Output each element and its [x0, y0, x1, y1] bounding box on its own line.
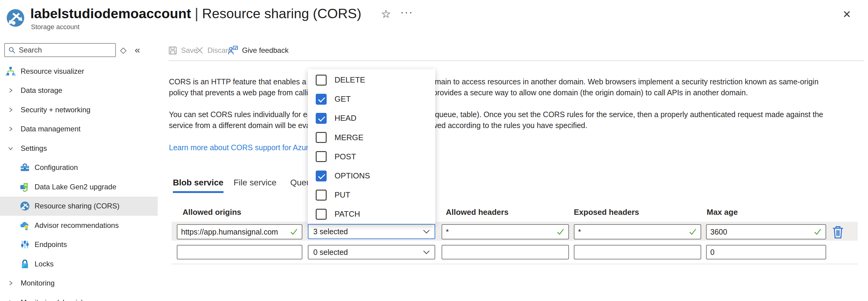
save-icon — [168, 46, 178, 55]
sidebar-item-endpoints[interactable]: Endpoints — [0, 235, 164, 254]
checkbox-get[interactable] — [316, 94, 327, 105]
sidebar-item-label: Security + networking — [21, 106, 90, 114]
configuration-toolbox-icon — [20, 162, 30, 173]
allowed-origins-input-row1[interactable] — [177, 224, 302, 239]
chevron-right-icon — [5, 281, 17, 285]
checkbox-delete[interactable] — [316, 74, 327, 86]
allowed-headers-value-empty[interactable] — [446, 248, 565, 257]
column-header-max-age: Max age — [707, 208, 738, 217]
method-option-patch[interactable]: PATCH — [308, 205, 435, 223]
sidebar-item-advisor-recommendations[interactable]: Advisor recommendations — [0, 216, 164, 235]
sidebar-search[interactable] — [4, 43, 116, 57]
method-option-put[interactable]: PUT — [308, 185, 435, 205]
close-blade-icon[interactable]: ✕ — [842, 9, 851, 20]
max-age-value-row2[interactable] — [710, 248, 822, 257]
method-option-options[interactable]: OPTIONS — [308, 166, 435, 185]
checkbox-patch[interactable] — [316, 209, 327, 220]
sidebar-item-monitoring[interactable]: Monitoring — [0, 274, 164, 293]
give-feedback-button[interactable]: Give feedback — [227, 44, 288, 56]
sidebar-item-label: Locks — [35, 260, 54, 268]
page-title: labelstudiodemoaccount|Resource sharing … — [30, 5, 361, 22]
sidebar-item-resource-sharing-cors[interactable]: Resource sharing (CORS) — [0, 197, 158, 216]
allowed-origins-value-empty[interactable] — [181, 248, 298, 257]
allowed-methods-select-row2[interactable]: 0 selected — [308, 245, 435, 260]
search-input[interactable] — [19, 46, 112, 54]
max-age-input-row1[interactable] — [706, 224, 826, 239]
exposed-headers-value[interactable] — [578, 228, 687, 236]
method-option-head[interactable]: HEAD — [308, 109, 435, 128]
method-option-label: DELETE — [335, 75, 365, 85]
toolbar-divider — [168, 60, 864, 61]
endpoints-sliders-icon — [20, 239, 30, 250]
resource-type-subtitle: Storage account — [31, 23, 80, 31]
sidebar-item-data-storage[interactable]: Data storage — [0, 81, 164, 100]
discard-button[interactable]: Discard — [195, 44, 232, 56]
sidebar-item-label: Data management — [21, 125, 81, 133]
method-option-label: HEAD — [335, 114, 356, 123]
sidebar-item-resource-visualizer[interactable]: Resource visualizer — [0, 62, 164, 81]
checkbox-post[interactable] — [316, 151, 327, 162]
blade-name: Resource sharing (CORS) — [202, 6, 361, 21]
exposed-headers-value-empty[interactable] — [578, 248, 697, 257]
feedback-person-icon — [227, 45, 238, 56]
delete-rule-trash-icon[interactable] — [832, 225, 844, 239]
column-header-allowed-headers: Allowed headers — [446, 208, 508, 217]
column-header-exposed-headers: Exposed headers — [574, 208, 639, 217]
method-option-post[interactable]: POST — [308, 147, 435, 166]
data-lake-upgrade-icon — [20, 182, 30, 192]
cors-blade-icon — [5, 8, 26, 28]
more-options-icon[interactable]: ··· — [400, 7, 413, 17]
checkbox-options[interactable] — [316, 171, 327, 181]
method-option-label: OPTIONS — [335, 171, 370, 181]
menu-switcher-icon[interactable]: ◇ — [120, 46, 126, 54]
method-option-label: PUT — [335, 190, 350, 200]
sidebar-item-locks[interactable]: Locks — [0, 254, 164, 274]
sidebar-item-label: Resource visualizer — [21, 67, 84, 76]
chevron-right-icon — [5, 126, 17, 131]
favorite-star-icon[interactable]: ☆ — [381, 8, 391, 20]
method-option-label: MERGE — [335, 133, 363, 142]
cors-description-line2: policy that prevents a web page from cal… — [169, 87, 748, 98]
sidebar-item-settings[interactable]: Settings — [0, 139, 164, 158]
method-option-merge[interactable]: MERGE — [308, 128, 435, 147]
valid-check-icon — [556, 228, 565, 236]
max-age-input-row2[interactable] — [706, 245, 826, 260]
cors-description-line1: CORS is an HTTP feature that enables a w… — [169, 77, 818, 87]
max-age-value[interactable] — [710, 228, 812, 236]
method-option-delete[interactable]: DELETE — [308, 70, 435, 90]
collapse-sidebar-icon[interactable]: « — [135, 45, 140, 55]
method-option-label: PATCH — [335, 209, 360, 219]
account-name: labelstudiodemoaccount — [30, 6, 191, 21]
sidebar-item-label: Endpoints — [35, 240, 67, 249]
resource-menu: Resource visualizer Data storage Securit… — [0, 62, 164, 301]
search-icon — [8, 46, 16, 54]
cors-globe-icon — [20, 201, 30, 211]
valid-check-icon — [688, 228, 697, 236]
exposed-headers-input-row2[interactable] — [574, 245, 701, 260]
allowed-methods-select-row1[interactable]: 3 selected — [308, 224, 435, 239]
sidebar-item-label: Settings — [21, 144, 47, 153]
sidebar-item-data-lake-gen2-upgrade[interactable]: Data Lake Gen2 upgrade — [0, 177, 164, 197]
allowed-headers-input-row2[interactable] — [442, 245, 569, 260]
checkbox-put[interactable] — [316, 190, 327, 201]
sidebar-item-security-networking[interactable]: Security + networking — [0, 100, 164, 120]
sidebar-item-label: Advisor recommendations — [35, 221, 119, 230]
exposed-headers-input-row1[interactable] — [574, 224, 701, 239]
sidebar-item-monitoring-classic[interactable]: Monitoring (classic) — [0, 293, 164, 301]
allowed-origins-value[interactable] — [181, 228, 288, 236]
checkbox-merge[interactable] — [316, 132, 327, 143]
sidebar-item-label: Monitoring — [21, 279, 55, 287]
allowed-headers-input-row1[interactable] — [442, 224, 569, 239]
allowed-origins-input-row2[interactable] — [177, 245, 302, 260]
sidebar-item-configuration[interactable]: Configuration — [0, 158, 164, 178]
method-option-get[interactable]: GET — [308, 90, 435, 109]
checkbox-head[interactable] — [316, 113, 327, 124]
sidebar-item-data-management[interactable]: Data management — [0, 120, 164, 139]
advisor-cloud-icon — [20, 220, 30, 231]
save-button[interactable]: Save — [168, 44, 198, 56]
allowed-headers-value[interactable] — [446, 228, 554, 236]
tab-file-service[interactable]: File service — [234, 178, 277, 191]
cors-blade: labelstudiodemoaccount|Resource sharing … — [0, 0, 868, 301]
tab-blob-service[interactable]: Blob service — [173, 178, 223, 193]
valid-check-icon — [813, 228, 822, 236]
